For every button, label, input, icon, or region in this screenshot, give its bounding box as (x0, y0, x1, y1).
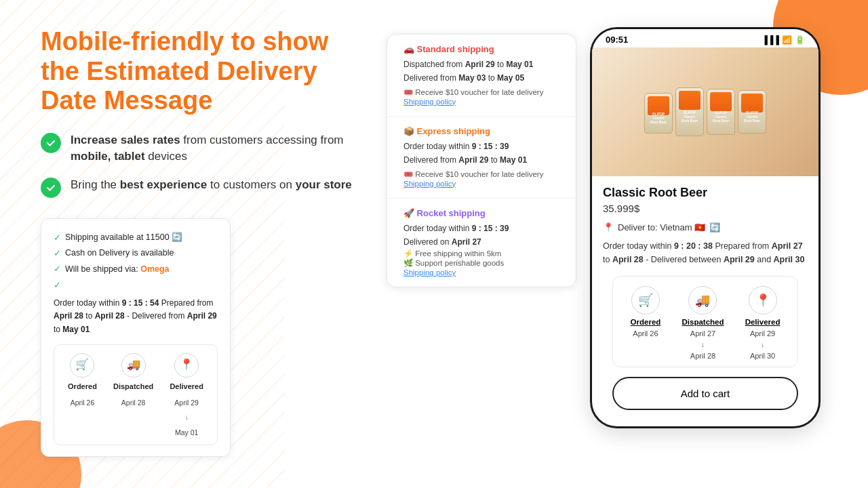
step-ordered: 🛒 Ordered April 26 (68, 353, 97, 440)
can-3: OLIPOPClassicRoot Beer (707, 89, 735, 135)
phone-time: 09:51 (606, 35, 628, 45)
phone-tracking: 🛒 Ordered April 26 🚚 Dispatched April 27… (612, 276, 798, 367)
status-icons: ▐▐▐ 📶 🔋 (762, 35, 805, 45)
standard-voucher: 🎟️ Receive $10 voucher for late delivery (403, 87, 565, 97)
bullet-text-2: Bring the best experience to customers o… (71, 177, 352, 193)
express-shipping-option: 📦 Express shipping Order today within 9 … (387, 117, 576, 199)
standard-policy-link[interactable]: Shipping policy (403, 98, 456, 106)
product-image: OLIPOPClassicRoot Beer OLIPOPClassicRoot… (592, 47, 818, 176)
delivered-icon: 📍 (174, 353, 199, 378)
sc-line3: ✓ Will be shipped via: Omega (54, 261, 218, 277)
add-to-cart-button[interactable]: Add to cart (612, 377, 798, 410)
step-dispatched: 🚚 Dispatched April 28 (113, 353, 153, 440)
bullet-item-1: Increase sales rates from customers acce… (41, 132, 366, 165)
can-4: OLIPOPClassicRoot Beer (738, 90, 766, 134)
phone-step-ordered: 🛒 Ordered April 26 (631, 286, 661, 360)
order-message: Order today within 9 : 20 : 38 Prepared … (603, 239, 808, 266)
rocket-title: 🚀 Rocket shipping (403, 208, 565, 218)
express-title: 📦 Express shipping (403, 126, 565, 136)
wifi-icon: 📶 (782, 35, 792, 45)
deliver-row: 📍 Deliver to: Vietnam 🇻🇳 🔄 (603, 222, 808, 232)
refresh-icon[interactable]: 🔄 (709, 222, 720, 232)
battery-icon: 🔋 (795, 35, 805, 45)
product-name: Classic Root Beer (603, 186, 808, 200)
rocket-free2: 🌿 Support perishable goods (403, 258, 565, 268)
sc-line1: ✓ Shipping available at 11500 🔄 (54, 230, 218, 245)
pin-icon: 📍 (603, 222, 614, 232)
product-info: Classic Root Beer 35.999$ 📍 Deliver to: … (592, 176, 818, 415)
phone-status-bar: 09:51 ▐▐▐ 📶 🔋 (592, 29, 818, 47)
bullet-text-1: Increase sales rates from customers acce… (71, 132, 366, 165)
phone-dispatched-icon: 🚚 (688, 286, 717, 314)
deliver-text: Deliver to: Vietnam 🇻🇳 (618, 222, 705, 232)
omega-link[interactable]: Omega (140, 264, 169, 274)
standard-content: 🚗 Standard shipping Dispatched from Apri… (403, 44, 565, 106)
sc-line2: ✓ Cash on Delivery is available (54, 245, 218, 261)
bullet-list: Increase sales rates from customers acce… (41, 132, 366, 198)
phone-delivered-icon: 📍 (749, 286, 777, 314)
can-2: OLIPOPClassicRoot Beer (675, 87, 704, 136)
page-title: Mobile-friendly to show the Estimated De… (41, 27, 366, 116)
can-1: OLIPOPClassicRoot Beer (644, 93, 673, 134)
phone-mockup: 09:51 ▐▐▐ 📶 🔋 OLIPOPClassicRoot Beer OL (590, 27, 821, 428)
rocket-content: 🚀 Rocket shipping Order today within 9 :… (403, 208, 565, 278)
step-delivered: 📍 Delivered April 29 ↓ May 01 (170, 353, 203, 440)
phone-tracking-row: 🛒 Ordered April 26 🚚 Dispatched April 27… (620, 286, 791, 360)
can-group: OLIPOPClassicRoot Beer OLIPOPClassicRoot… (644, 87, 766, 136)
rocket-shipping-option: 🚀 Rocket shipping Order today within 9 :… (387, 199, 576, 287)
rocket-policy-link[interactable]: Shipping policy (403, 268, 456, 277)
express-policy-link[interactable]: Shipping policy (403, 180, 456, 188)
small-tracking-row: 🛒 Ordered April 26 🚚 Dispatched April 28… (54, 344, 218, 446)
bullet-item-2: Bring the best experience to customers o… (41, 177, 366, 198)
standard-shipping-option: 🚗 Standard shipping Dispatched from Apri… (387, 35, 576, 117)
ordered-icon: 🛒 (70, 353, 94, 378)
phone-step-delivered: 📍 Delivered April 29 ↓ April 30 (745, 286, 781, 360)
small-card-wrapper: ✓ Shipping available at 11500 🔄 ✓ Cash o… (41, 218, 366, 458)
check-icon-2 (41, 178, 61, 198)
phone-step-dispatched: 🚚 Dispatched April 27 ↓ April 28 (682, 286, 724, 360)
small-shipping-card: ✓ Shipping available at 11500 🔄 ✓ Cash o… (41, 218, 231, 458)
express-content: 📦 Express shipping Order today within 9 … (403, 126, 565, 188)
signal-icon: ▐▐▐ (762, 35, 779, 45)
dispatched-icon: 🚚 (121, 353, 146, 378)
standard-title: 🚗 Standard shipping (403, 44, 565, 54)
rocket-free1: ⚡ Free shipping within 5km (403, 249, 565, 258)
check-icon-1 (41, 133, 61, 153)
left-section: Mobile-friendly to show the Estimated De… (41, 27, 366, 468)
right-section: 🚗 Standard shipping Dispatched from Apri… (387, 27, 841, 468)
phone-ordered-icon: 🛒 (631, 286, 660, 314)
product-price: 35.999$ (603, 203, 808, 214)
shipping-options-card: 🚗 Standard shipping Dispatched from Apri… (387, 34, 576, 287)
phone-content: OLIPOPClassicRoot Beer OLIPOPClassicRoot… (592, 47, 818, 426)
express-voucher: 🎟️ Receive $10 voucher for late delivery (403, 169, 565, 179)
sc-line4: ✓ Order today within 9 : 15 : 54 Prepare… (54, 277, 218, 336)
